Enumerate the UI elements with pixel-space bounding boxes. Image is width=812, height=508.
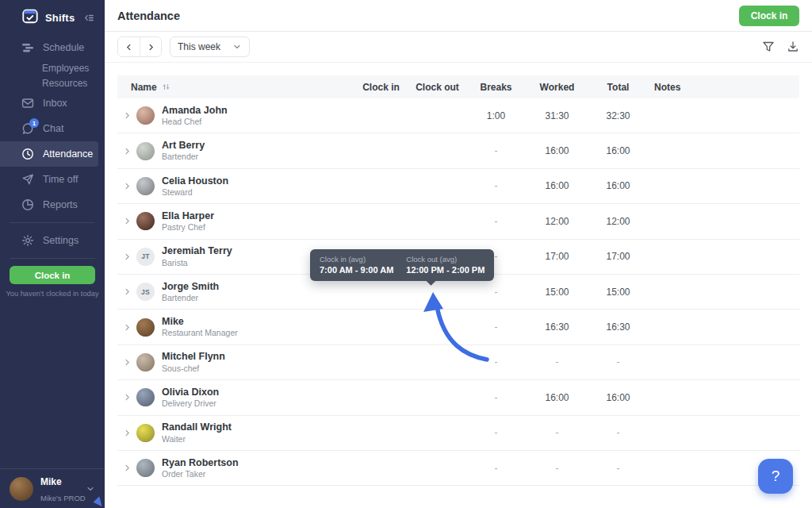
employee-avatar (136, 142, 155, 160)
total-value: 32:30 (588, 110, 649, 121)
help-button[interactable]: ? (758, 459, 793, 494)
sidebar-item-label: Time off (43, 174, 78, 185)
schedule-icon (21, 41, 34, 54)
column-header-breaks[interactable]: Breaks (465, 82, 527, 93)
filter-icon[interactable] (762, 40, 775, 53)
sidebar-item-reports[interactable]: Reports (0, 192, 105, 217)
sidebar-item-settings[interactable]: Settings (0, 228, 105, 253)
employee-role: Barista (162, 258, 232, 269)
sidebar-menu: ScheduleEmployeesResourcesInbox1ChatAtte… (0, 35, 105, 259)
sidebar-item-employees[interactable]: Employees (0, 60, 105, 75)
sidebar: Shifts ScheduleEmployeesResourcesInbox1C… (0, 0, 105, 508)
employee-avatar (136, 424, 155, 442)
chevron-down-icon (86, 484, 95, 494)
expand-row-chevron-icon[interactable] (117, 359, 136, 366)
employee-role: Steward (162, 187, 228, 198)
sidebar-item-attendance[interactable]: Attendance (0, 141, 98, 167)
employee-name: Art Berry (162, 139, 205, 152)
collapse-sidebar-icon[interactable] (83, 12, 95, 24)
expand-row-chevron-icon[interactable] (117, 217, 136, 225)
worked-value: - (527, 427, 588, 438)
sidebar-item-label: Settings (43, 235, 79, 246)
table-row[interactable]: Mike Restaurant Manager - 16:30 16:30 (117, 310, 799, 344)
breaks-value: - (465, 427, 527, 438)
user-account-menu[interactable]: Mike Mike's PROD (0, 468, 105, 508)
employee-role: Bartender (162, 152, 205, 163)
sort-icon[interactable] (162, 83, 170, 91)
tooltip-clock-in-value: 7:00 AM - 9:00 AM (320, 265, 393, 275)
table-row[interactable]: Olivia Dixon Delivery Driver - 16:00 16:… (117, 380, 799, 415)
table-row[interactable]: Ella Harper Pastry Chef - 12:00 12:00 (117, 204, 799, 239)
expand-row-chevron-icon[interactable] (117, 288, 136, 295)
table-row[interactable]: Mitchel Flynn Sous-chef - - - (117, 345, 799, 380)
sidebar-clock-in-button[interactable]: Clock in (10, 266, 95, 284)
expand-row-chevron-icon[interactable] (117, 324, 136, 331)
worked-value: 15:00 (527, 287, 588, 298)
expand-row-chevron-icon[interactable] (117, 112, 136, 119)
total-value: 15:00 (588, 287, 649, 298)
column-header-clock-in[interactable]: Clock in (353, 82, 409, 93)
breaks-value: - (465, 321, 527, 333)
total-value: - (588, 356, 649, 368)
sidebar-item-schedule[interactable]: Schedule (0, 35, 105, 60)
clock-in-button[interactable]: Clock in (739, 6, 799, 26)
expand-row-chevron-icon[interactable] (117, 394, 136, 401)
sidebar-item-inbox[interactable]: Inbox (0, 90, 105, 116)
employee-name: Mitchel Flynn (162, 350, 225, 363)
page-header: Attendance Clock in (105, 0, 812, 32)
sidebar-item-timeoff[interactable]: Time off (0, 167, 105, 192)
chat-icon: 1 (21, 122, 34, 135)
user-org: Mike's PROD (40, 494, 86, 502)
app-title: Shifts (45, 12, 75, 24)
column-header-total[interactable]: Total (588, 82, 649, 93)
employee-avatar: JT (136, 248, 155, 266)
expand-row-chevron-icon[interactable] (117, 253, 136, 260)
expand-row-chevron-icon[interactable] (117, 429, 136, 437)
sidebar-item-label: Employees (42, 63, 89, 74)
employee-avatar (136, 353, 155, 371)
previous-period-button[interactable] (118, 37, 140, 56)
expand-row-chevron-icon[interactable] (117, 183, 136, 190)
breaks-value: - (465, 216, 527, 227)
sidebar-item-chat[interactable]: 1Chat (0, 116, 105, 141)
employee-role: Order Taker (162, 469, 239, 480)
breaks-value: - (465, 145, 527, 156)
worked-value: 16:30 (527, 321, 588, 333)
sidebar-item-label: Inbox (43, 98, 67, 109)
employee-name: Jorge Smith (162, 280, 219, 293)
employee-avatar (136, 212, 155, 230)
period-select-value: This week (178, 41, 220, 52)
table-row[interactable]: Ryan Robertson Order Taker - - - (117, 451, 799, 486)
total-value: 16:00 (588, 145, 649, 156)
avg-times-tooltip: Clock in (avg) 7:00 AM - 9:00 AM Clock o… (310, 249, 494, 281)
table-row[interactable]: Celia Houston Steward - 16:00 16:00 (117, 169, 799, 204)
expand-row-chevron-icon[interactable] (117, 464, 136, 471)
inbox-icon (21, 97, 34, 110)
download-icon[interactable] (787, 40, 799, 53)
column-header-worked[interactable]: Worked (527, 82, 588, 93)
divider (10, 258, 95, 259)
column-header-name[interactable]: Name (117, 82, 353, 93)
chat-badge: 1 (29, 118, 39, 128)
employee-avatar (136, 106, 155, 125)
employee-avatar (136, 459, 155, 477)
total-value: - (588, 463, 649, 474)
period-select[interactable]: This week (170, 37, 250, 57)
total-value: 16:00 (588, 180, 649, 191)
worked-value: 16:00 (527, 180, 588, 191)
table-row[interactable]: Amanda John Head Chef 1:00 31:30 32:30 (117, 98, 799, 133)
sidebar-item-resources[interactable]: Resources (0, 75, 105, 90)
breaks-value: 1:00 (465, 110, 527, 121)
employee-avatar (136, 177, 155, 195)
table-row[interactable]: Randall Wright Waiter - - - (117, 416, 799, 451)
employee-name: Jeremiah Terry (162, 244, 232, 257)
column-header-notes[interactable]: Notes (649, 82, 799, 93)
worked-value: - (527, 356, 588, 368)
worked-value: 16:00 (527, 145, 588, 156)
column-header-clock-out[interactable]: Clock out (409, 82, 465, 93)
decoration-wedge-icon (93, 495, 104, 508)
table-row[interactable]: Art Berry Bartender - 16:00 16:00 (117, 133, 799, 168)
next-period-button[interactable] (140, 37, 161, 56)
period-nav-group (117, 37, 162, 57)
expand-row-chevron-icon[interactable] (117, 148, 136, 155)
